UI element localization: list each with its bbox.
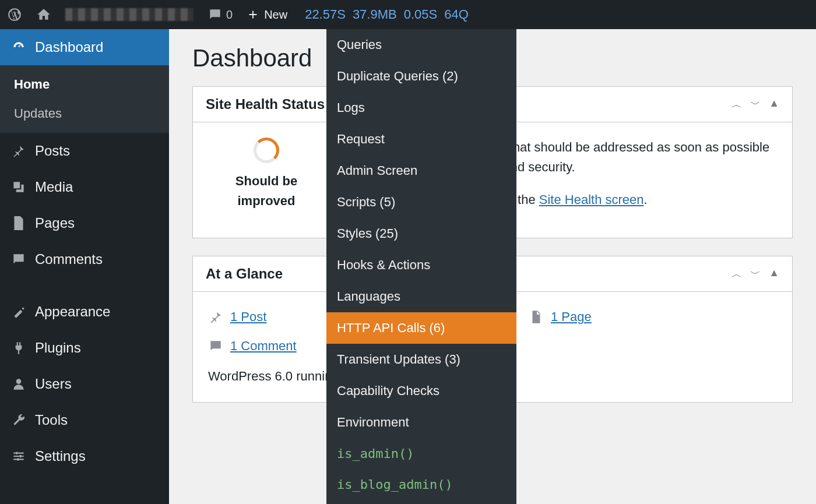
new-content-button[interactable]: New bbox=[240, 0, 294, 29]
sidebar-item-users[interactable]: Users bbox=[0, 366, 169, 402]
qm-item[interactable]: Queries bbox=[326, 29, 516, 61]
svg-point-1 bbox=[19, 455, 22, 457]
sidebar-item-label: Comments bbox=[35, 251, 103, 267]
glance-pages[interactable]: 1 Page bbox=[529, 307, 680, 327]
admin-menu: DashboardHomeUpdatesPostsMediaPagesComme… bbox=[0, 29, 169, 504]
sidebar-item-label: Plugins bbox=[35, 340, 81, 356]
toggle-icon[interactable]: ▲ bbox=[769, 267, 779, 281]
site-health-title: Site Health Status bbox=[206, 96, 325, 112]
qm-item[interactable]: Admin Screen bbox=[326, 155, 516, 186]
sidebar-item-plugins[interactable]: Plugins bbox=[0, 330, 169, 366]
svg-point-0 bbox=[16, 452, 18, 454]
sidebar-item-dashboard[interactable]: Dashboard bbox=[0, 29, 169, 65]
sidebar-sub-home[interactable]: Home bbox=[0, 70, 169, 99]
sidebar-submenu: HomeUpdates bbox=[0, 65, 169, 133]
sidebar-item-pages[interactable]: Pages bbox=[0, 205, 169, 241]
svg-point-2 bbox=[17, 458, 19, 460]
sidebar-item-label: Tools bbox=[35, 412, 68, 428]
qm-item[interactable]: is_ssl() bbox=[326, 500, 516, 504]
toggle-icon[interactable]: ▲ bbox=[769, 97, 779, 111]
home-link[interactable] bbox=[29, 0, 58, 29]
comment-icon bbox=[208, 339, 223, 354]
page-icon bbox=[529, 309, 544, 325]
move-up-icon[interactable]: ︿ bbox=[731, 267, 742, 281]
qm-item[interactable]: Transient Updates (3) bbox=[326, 344, 516, 375]
sidebar-item-label: Media bbox=[35, 179, 73, 195]
qm-item[interactable]: Scripts (5) bbox=[326, 186, 516, 218]
qm-item[interactable]: Environment bbox=[326, 407, 516, 438]
qm-item[interactable]: HTTP API Calls (6) bbox=[326, 312, 516, 344]
move-down-icon[interactable]: ﹀ bbox=[750, 267, 761, 281]
qm-item[interactable]: is_admin() bbox=[326, 438, 516, 469]
wp-logo[interactable] bbox=[0, 0, 29, 29]
qm-item[interactable]: Logs bbox=[326, 92, 516, 124]
sidebar-item-label: Settings bbox=[35, 448, 86, 464]
qm-time: 22.57S bbox=[305, 7, 346, 22]
qm-item[interactable]: Hooks & Actions bbox=[326, 249, 516, 281]
postbox-controls: ︿ ﹀ ▲ bbox=[731, 267, 779, 281]
sidebar-item-media[interactable]: Media bbox=[0, 169, 169, 205]
tools-icon bbox=[10, 412, 27, 428]
postbox-controls: ︿ ﹀ ▲ bbox=[731, 97, 779, 111]
plugin-icon bbox=[10, 340, 27, 356]
sidebar-item-posts[interactable]: Posts bbox=[0, 133, 169, 169]
sidebar-item-label: Pages bbox=[35, 215, 75, 231]
qm-item[interactable]: Styles (25) bbox=[326, 218, 516, 249]
new-label: New bbox=[264, 8, 287, 22]
appearance-icon bbox=[10, 304, 27, 320]
sidebar-item-tools[interactable]: Tools bbox=[0, 402, 169, 438]
site-health-link[interactable]: Site Health screen bbox=[539, 192, 644, 207]
pin-icon bbox=[10, 143, 27, 159]
comments-link[interactable]: 0 bbox=[201, 0, 240, 29]
comment-icon bbox=[10, 251, 27, 267]
settings-icon bbox=[10, 448, 27, 464]
user-icon bbox=[10, 376, 27, 392]
redacted-text bbox=[65, 8, 194, 21]
query-monitor-stats[interactable]: 22.57S 37.9MB 0.05S 64Q bbox=[294, 0, 479, 29]
progress-circle-icon bbox=[254, 138, 279, 163]
media-icon bbox=[10, 179, 27, 195]
qm-db-time: 0.05S bbox=[404, 7, 438, 22]
sidebar-item-label: Posts bbox=[35, 143, 70, 159]
qm-item[interactable]: Languages bbox=[326, 281, 516, 312]
qm-query-count: 64Q bbox=[444, 7, 469, 22]
sidebar-item-label: Users bbox=[35, 376, 72, 392]
site-health-indicator: Should be improved bbox=[208, 138, 325, 211]
admin-bar: 0 New 22.57S 37.9MB 0.05S 64Q bbox=[0, 0, 816, 29]
site-health-status-label: Should be improved bbox=[208, 171, 325, 211]
glance-title: At a Glance bbox=[206, 266, 283, 282]
move-down-icon[interactable]: ﹀ bbox=[750, 97, 761, 111]
dashboard-icon bbox=[10, 39, 27, 55]
move-up-icon[interactable]: ︿ bbox=[731, 97, 742, 111]
qm-item[interactable]: Request bbox=[326, 124, 516, 155]
sidebar-item-settings[interactable]: Settings bbox=[0, 438, 169, 474]
qm-memory: 37.9MB bbox=[353, 7, 397, 22]
qm-item[interactable]: Capability Checks bbox=[326, 375, 516, 407]
sidebar-item-label: Appearance bbox=[35, 304, 110, 320]
comment-count: 0 bbox=[226, 8, 233, 22]
sidebar-item-appearance[interactable]: Appearance bbox=[0, 294, 169, 330]
sidebar-item-label: Dashboard bbox=[35, 39, 103, 55]
qm-item[interactable]: is_blog_admin() bbox=[326, 469, 516, 500]
qm-item[interactable]: Duplicate Queries (2) bbox=[326, 61, 516, 92]
page-icon bbox=[10, 215, 27, 231]
query-monitor-menu: QueriesDuplicate Queries (2)LogsRequestA… bbox=[326, 29, 516, 504]
site-name[interactable] bbox=[58, 0, 201, 29]
sidebar-sub-updates[interactable]: Updates bbox=[0, 99, 169, 128]
pin-icon bbox=[208, 309, 223, 325]
sidebar-item-comments[interactable]: Comments bbox=[0, 241, 169, 277]
